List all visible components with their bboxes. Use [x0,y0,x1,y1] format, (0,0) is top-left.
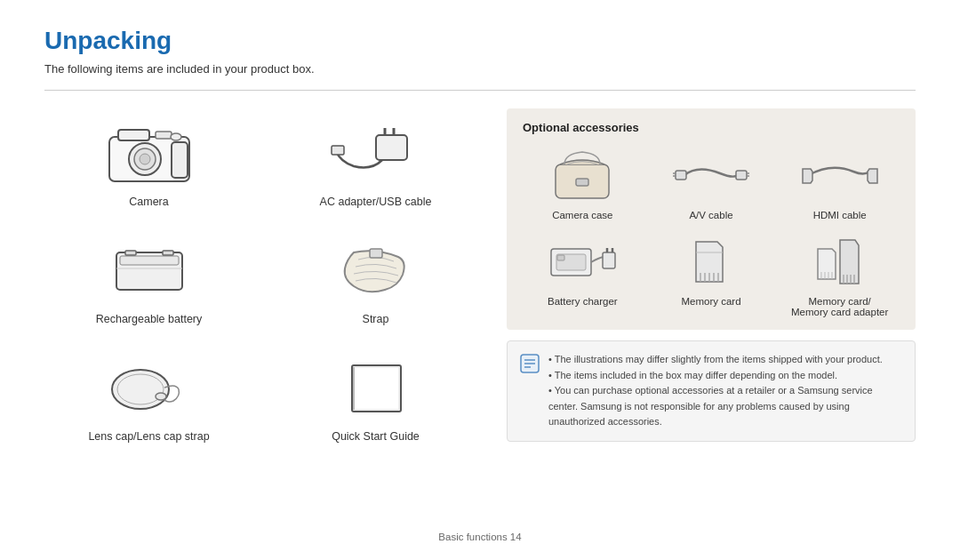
svg-rect-5 [156,132,172,139]
right-section: Optional accessories [507,108,916,523]
page: Unpacking The following items are includ… [0,0,960,560]
included-items: Camera AC ada [44,108,480,523]
page-title: Unpacking [44,27,916,55]
opt-camera-case: Camera case [523,147,643,220]
svg-rect-26 [676,171,686,180]
svg-point-6 [171,133,181,140]
main-content: Camera AC ada [44,108,916,523]
strap-label: Strap [363,313,389,325]
svg-rect-11 [332,146,344,155]
battery-label: Rechargeable battery [96,313,203,325]
svg-rect-15 [163,251,173,255]
item-lens-cap: Lens cap/Lens cap strap [44,343,253,452]
ac-adapter-icon [327,117,425,188]
svg-rect-35 [603,252,615,268]
divider [44,90,916,91]
camera-label: Camera [129,196,168,208]
ac-adapter-label: AC adapter/USB cable [320,196,432,208]
opt-memory-card: Memory card [652,233,772,317]
svg-point-18 [112,370,169,409]
memory-card-adapter-label: Memory card/ Memory card adapter [791,296,888,317]
svg-rect-25 [576,179,588,186]
memory-card-label: Memory card [681,296,740,307]
svg-rect-7 [172,142,188,178]
item-camera: Camera [44,108,253,217]
note-line-3: • You can purchase optional accessories … [548,383,902,430]
svg-rect-22 [354,367,399,410]
svg-rect-29 [736,171,747,180]
note-icon [520,354,540,378]
svg-rect-34 [557,255,564,260]
svg-rect-17 [370,249,382,258]
svg-rect-4 [118,130,149,140]
hdmi-cable-icon [800,147,880,204]
av-cable-icon [671,147,751,204]
optional-grid: Camera case [523,147,900,317]
opt-memory-card-adapter: Memory card/ Memory card adapter [780,233,900,317]
battery-charger-icon [542,233,622,291]
svg-rect-14 [125,251,136,255]
svg-rect-8 [376,135,407,160]
svg-rect-13 [120,256,179,265]
note-text: • The illustrations may differ slightly … [548,352,902,430]
memory-card-adapter-icon [800,233,880,291]
camera-case-label: Camera case [552,210,612,220]
camera-icon [100,117,198,188]
item-ac-adapter: AC adapter/USB cable [271,108,480,217]
item-strap: Strap [271,226,480,334]
strap-icon [327,235,425,306]
opt-hdmi-cable: HDMI cable [780,147,900,220]
lens-cap-label: Lens cap/Lens cap strap [88,430,209,443]
item-quick-start: Quick Start Guide [271,343,480,452]
opt-av-cable: A/V cable [652,147,772,220]
svg-point-20 [156,393,166,400]
optional-title: Optional accessories [523,121,900,134]
page-subtitle: The following items are included in your… [44,62,916,76]
battery-charger-label: Battery charger [548,296,618,307]
lens-cap-icon [100,352,198,423]
item-battery: Rechargeable battery [44,226,253,334]
note-line-2: • The items included in the box may diff… [548,368,902,384]
svg-point-3 [140,154,150,164]
optional-accessories-box: Optional accessories [507,108,916,330]
quick-start-label: Quick Start Guide [332,430,420,443]
note-line-1: • The illustrations may differ slightly … [548,352,902,368]
quick-start-icon [327,352,425,423]
camera-case-icon [542,147,622,204]
rechargeable-battery-icon [100,235,198,306]
av-cable-label: A/V cable [689,210,732,220]
page-footer: Basic functions 14 [44,523,916,542]
opt-battery-charger: Battery charger [523,233,643,317]
memory-card-icon [671,233,751,291]
note-box: • The illustrations may differ slightly … [507,340,916,442]
hdmi-cable-label: HDMI cable [813,210,867,220]
